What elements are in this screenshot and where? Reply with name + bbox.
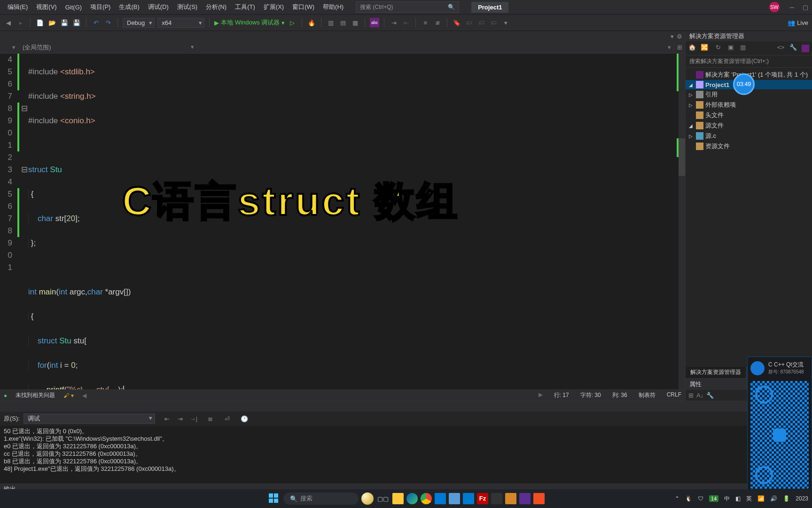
minimize-icon[interactable]: ─ [790, 4, 794, 11]
tray-up-icon[interactable]: ⌃ [675, 495, 679, 502]
dropdown-icon[interactable]: ▾ [671, 33, 674, 40]
store-icon[interactable] [435, 493, 446, 504]
redo-icon[interactable]: ↷ [103, 18, 113, 27]
project-name[interactable]: Project1 [471, 2, 508, 13]
menu-edit[interactable]: 编辑(E) [4, 1, 31, 13]
maximize-icon[interactable]: ▢ [803, 4, 808, 11]
chrome-icon[interactable] [421, 493, 432, 504]
app2-icon[interactable] [533, 493, 545, 504]
show-all-icon[interactable]: ▥ [740, 44, 750, 53]
menu-window[interactable]: 窗口(W) [289, 1, 318, 13]
menu-extensions[interactable]: 扩展(X) [260, 1, 288, 13]
breadcrumb-member[interactable] [197, 43, 674, 52]
open-icon[interactable]: 📂 [47, 18, 57, 27]
copilot-icon[interactable] [361, 492, 374, 505]
tab-solution-explorer[interactable]: 解决方案资源管理器 [686, 367, 746, 378]
output-source-dropdown[interactable]: 调试 [23, 413, 155, 424]
gear-icon[interactable]: ⚙ [677, 33, 682, 40]
code-icon[interactable]: <> [777, 44, 787, 53]
bookmark3-icon[interactable]: 🏷 [476, 18, 486, 27]
app1-icon[interactable] [505, 493, 516, 504]
output-text[interactable]: 50 已退出，返回值为 0 (0x0)。 1.exe"(Win32): 已加载 … [0, 426, 812, 484]
more-icon[interactable]: ▾ [501, 18, 510, 27]
clock[interactable]: 2023 [796, 495, 808, 502]
wrap-icon[interactable]: ⏎ [223, 414, 232, 423]
goto-icon[interactable]: →| [189, 414, 198, 423]
sync-icon[interactable]: ↻ [716, 44, 725, 53]
outdent-icon[interactable]: ⇤ [401, 18, 411, 27]
lang-en[interactable]: 英 [746, 495, 752, 503]
taskview-icon[interactable]: ▢▢ [376, 492, 390, 505]
vs-icon[interactable] [519, 493, 531, 504]
lang-cn[interactable]: 中 [724, 495, 730, 503]
menu-help[interactable]: 帮助(H) [319, 1, 347, 13]
undo-icon[interactable]: ↶ [91, 18, 101, 27]
terminal-icon[interactable] [491, 493, 502, 504]
nav-back-icon[interactable]: ◀ [4, 18, 13, 27]
explorer-icon[interactable] [392, 493, 404, 504]
platform-dropdown[interactable]: x64 [157, 18, 204, 28]
tree-sources[interactable]: ◢ 源文件 [686, 120, 812, 131]
ime-badge[interactable]: 14 [709, 495, 718, 502]
menu-debug[interactable]: 调试(D) [144, 1, 172, 13]
status-eol[interactable]: CRLF [667, 391, 681, 399]
vertical-scrollbar[interactable] [679, 54, 685, 389]
volume-icon[interactable]: 🔊 [770, 495, 777, 502]
run-noattach-icon[interactable]: ▷ [288, 18, 297, 27]
scroll-right-icon[interactable]: ▶ [539, 391, 543, 399]
edge-icon[interactable] [406, 493, 418, 504]
collapse-icon[interactable]: ▣ [728, 44, 737, 53]
issues-text[interactable]: 未找到相关问题 [16, 391, 55, 399]
browse-icon[interactable]: ▥ [326, 18, 336, 27]
notes-icon[interactable] [449, 493, 460, 504]
fold-icon[interactable]: ⊟ [21, 164, 28, 176]
wifi-icon[interactable]: 📶 [757, 495, 765, 502]
live-share[interactable]: 👥 Live [788, 19, 808, 26]
tray-app-icon[interactable]: ◧ [735, 495, 741, 502]
browse3-icon[interactable]: ▦ [351, 18, 360, 27]
home-icon[interactable]: 🏠 [688, 44, 698, 53]
prop-icon[interactable]: 🔧 [789, 44, 799, 53]
code-text[interactable]: #include <stdlib.h> #include <string.h> … [28, 54, 685, 389]
status-line[interactable]: 行: 17 [554, 391, 569, 399]
menu-test[interactable]: 测试(S) [173, 1, 201, 13]
tray-shield-icon[interactable]: 🛡 [698, 495, 703, 502]
indent-icon[interactable]: ⇥ [389, 18, 398, 27]
bookmark2-icon[interactable]: 🏷 [464, 18, 474, 27]
new-file-icon[interactable]: 📄 [35, 18, 45, 27]
nav-fwd-icon[interactable]: ▸ [16, 18, 25, 27]
split-icon[interactable]: ⊞ [674, 44, 685, 51]
status-col[interactable]: 列: 36 [612, 391, 627, 399]
preview-icon[interactable] [802, 45, 809, 52]
code-editor[interactable]: 456 789 012 345 678 901 ⊟ ⊟ #include <s [0, 54, 685, 389]
filezilla-icon[interactable]: Fz [477, 493, 488, 504]
browse2-icon[interactable]: ▤ [338, 18, 348, 27]
menu-analyze[interactable]: 分析(N) [202, 1, 230, 13]
clock-icon[interactable]: 🕐 [240, 414, 249, 423]
battery-icon[interactable]: 🔋 [783, 495, 790, 502]
alphabetize-icon[interactable]: A↓ [696, 392, 703, 399]
tree-headers[interactable]: 头文件 [686, 110, 812, 120]
status-tabs[interactable]: 制表符 [639, 391, 656, 399]
tray-qq-icon[interactable]: 🐧 [685, 495, 692, 502]
hot-reload-icon[interactable]: 🔥 [307, 18, 316, 27]
indent-right-icon[interactable]: ⇥ [176, 414, 185, 423]
status-char[interactable]: 字符: 30 [580, 391, 601, 399]
brush-icon[interactable]: 🖌 ▾ [63, 392, 73, 399]
save-icon[interactable]: 💾 [60, 18, 69, 27]
tree-source-file[interactable]: ▷ 源.c [686, 131, 812, 141]
tree-external[interactable]: ▷ 外部依赖项 [686, 100, 812, 110]
start-icon[interactable] [267, 492, 281, 505]
user-avatar[interactable]: SW [769, 2, 780, 12]
menu-tools[interactable]: 工具(T) [231, 1, 259, 13]
switch-icon[interactable]: 🔀 [701, 44, 710, 53]
taskbar-search[interactable]: 🔍 搜索 [283, 492, 359, 505]
menu-project[interactable]: 项目(P) [86, 1, 114, 13]
global-search[interactable]: 搜索 (Ctrl+Q) 🔍 [356, 1, 459, 13]
breadcrumb-scope[interactable]: (全局范围) [19, 42, 197, 53]
categorize-icon[interactable]: ⊞ [688, 392, 694, 399]
uncomment-icon[interactable]: ≢ [433, 18, 442, 27]
config-dropdown[interactable]: Debug [123, 18, 155, 28]
breadcrumb-file[interactable] [0, 43, 19, 52]
scroll-left-icon[interactable]: ◀ [82, 392, 86, 399]
